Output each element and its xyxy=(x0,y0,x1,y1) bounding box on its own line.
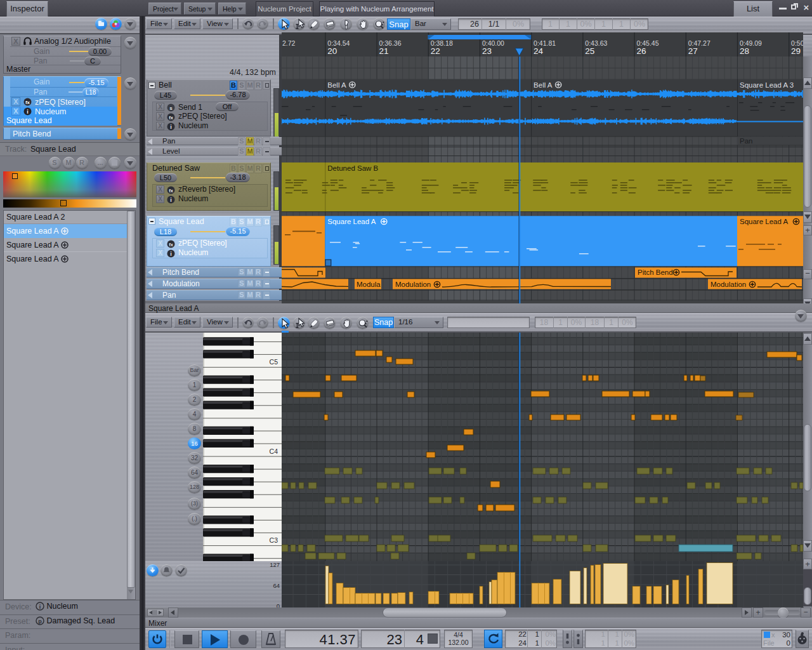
svg-text:i: i xyxy=(39,604,41,610)
svg-text:fx: fx xyxy=(169,242,173,248)
svg-text:i: i xyxy=(27,109,29,115)
svg-text:20: 20 xyxy=(327,46,337,56)
svg-text:Square Lead A 3: Square Lead A 3 xyxy=(740,81,794,89)
svg-text:i: i xyxy=(170,197,172,203)
svg-text:Modulation: Modulation xyxy=(395,281,431,288)
svg-text:2.72: 2.72 xyxy=(282,39,296,47)
svg-text:29: 29 xyxy=(791,46,801,56)
svg-text:28: 28 xyxy=(740,46,749,56)
svg-text:Square Lead A: Square Lead A xyxy=(327,218,376,225)
svg-text:fx: fx xyxy=(25,100,30,105)
svg-text:27: 27 xyxy=(688,46,698,56)
svg-text:fx: fx xyxy=(169,188,173,194)
svg-text:Modula: Modula xyxy=(357,281,381,288)
svg-text:i: i xyxy=(170,251,172,257)
svg-text:Pan: Pan xyxy=(740,137,752,145)
svg-text:23: 23 xyxy=(482,46,492,56)
svg-text:21: 21 xyxy=(379,46,389,56)
svg-text:fx: fx xyxy=(169,115,173,121)
svg-text:s: s xyxy=(169,105,173,111)
svg-text:Bell A: Bell A xyxy=(327,81,346,89)
svg-text:C3: C3 xyxy=(270,536,278,544)
svg-text:Pitch Bend: Pitch Bend xyxy=(638,269,673,276)
svg-text:Bell A: Bell A xyxy=(534,81,553,89)
svg-text:25: 25 xyxy=(585,46,594,56)
svg-text:24: 24 xyxy=(534,46,544,56)
svg-text:C5: C5 xyxy=(270,358,278,366)
svg-text:p: p xyxy=(38,618,42,624)
svg-text:22: 22 xyxy=(431,46,440,56)
svg-text:C4: C4 xyxy=(270,448,278,455)
svg-text:Square Lead A: Square Lead A xyxy=(740,218,788,225)
svg-text:i: i xyxy=(170,124,172,130)
svg-text:26: 26 xyxy=(637,46,646,56)
svg-text:Modulation: Modulation xyxy=(710,281,746,288)
svg-text:Detuned Saw B: Detuned Saw B xyxy=(327,164,378,172)
